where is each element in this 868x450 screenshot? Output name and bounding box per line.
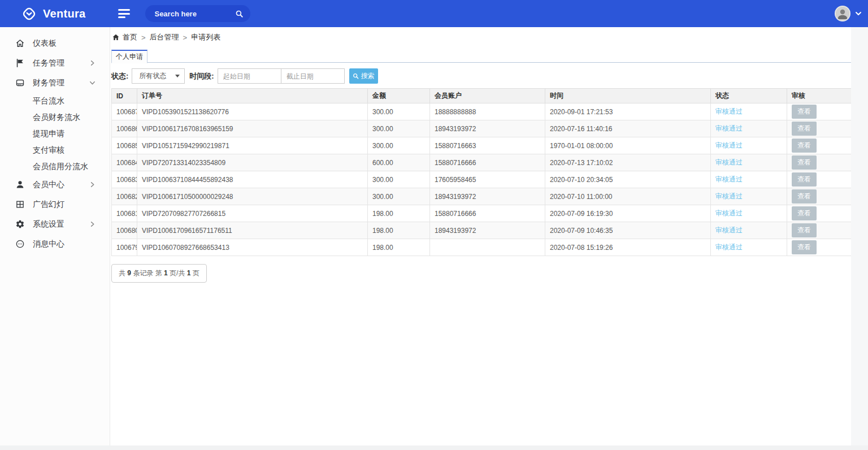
cell-time: 2020-07-10 20:34:05: [545, 171, 711, 188]
sidebar-subitem[interactable]: 会员信用分流水: [0, 158, 110, 175]
cell-order-no: VIPD10061710500000029248: [137, 188, 368, 205]
search-icon: [353, 73, 359, 79]
table-row: 100687 VIPD1053901521138620776 300.00 18…: [112, 103, 852, 120]
cell-amount: 198.00: [368, 222, 430, 239]
cell-account: 15880716663: [430, 137, 545, 154]
home-icon: [15, 38, 25, 48]
table-row: 100680 VIPD10061709616571176511 198.00 1…: [112, 222, 852, 239]
cell-status: 审核通过: [711, 188, 787, 205]
status-link[interactable]: 审核通过: [715, 192, 743, 200]
sidebar-subitem[interactable]: 提现申请: [0, 126, 110, 142]
status-link[interactable]: 审核通过: [715, 158, 743, 166]
view-button[interactable]: 查看: [792, 122, 817, 136]
sidebar-item[interactable]: 任务管理: [0, 53, 110, 73]
status-link[interactable]: 审核通过: [715, 175, 743, 183]
breadcrumb-item: 申请列表: [191, 32, 220, 42]
cell-id: 100681: [112, 205, 137, 222]
breadcrumb-separator: >: [141, 33, 146, 42]
message-icon: [15, 239, 25, 249]
cell-time: 1970-01-01 08:00:00: [545, 137, 711, 154]
view-button[interactable]: 查看: [792, 139, 817, 153]
cell-action: 查看: [787, 222, 852, 239]
search-button[interactable]: 搜索: [349, 68, 378, 84]
view-button[interactable]: 查看: [792, 105, 817, 119]
sidebar-subitem[interactable]: 会员财务流水: [0, 109, 110, 126]
view-button[interactable]: 查看: [792, 240, 817, 254]
cell-status: 审核通过: [711, 171, 787, 188]
cell-id: 100680: [112, 222, 137, 239]
chevron-down-icon: [89, 80, 96, 86]
cell-amount: 300.00: [368, 103, 430, 120]
sidebar-item[interactable]: 仪表板: [0, 33, 110, 53]
sidebar-item[interactable]: 广告幻灯: [0, 194, 110, 214]
cell-status: 审核通过: [711, 120, 787, 137]
cell-time: 2020-07-16 11:40:16: [545, 120, 711, 137]
cell-status: 审核通过: [711, 137, 787, 154]
status-filter-label: 状态:: [111, 71, 128, 81]
column-header: 审核: [787, 89, 852, 103]
search-input[interactable]: [154, 10, 235, 18]
navbar-search: [145, 5, 250, 22]
sidebar-subitem[interactable]: 平台流水: [0, 93, 110, 109]
status-link[interactable]: 审核通过: [715, 141, 743, 149]
status-link[interactable]: 审核通过: [715, 226, 743, 234]
cell-account: 18888888888: [430, 103, 545, 120]
cell-status: 审核通过: [711, 205, 787, 222]
sidebar-item[interactable]: 财务管理: [0, 73, 110, 93]
status-select[interactable]: 所有状态: [132, 68, 185, 84]
column-header: 订单号: [137, 89, 368, 103]
grid-icon: [15, 200, 25, 209]
cell-status: 审核通过: [711, 154, 787, 171]
breadcrumb: 首页>后台管理>申请列表: [112, 32, 868, 42]
cell-status: 审核通过: [711, 222, 787, 239]
sidebar-item[interactable]: 消息中心: [0, 234, 110, 254]
gear-icon: [15, 219, 25, 229]
cell-time: 2020-07-10 11:00:00: [545, 188, 711, 205]
search-icon[interactable]: [235, 10, 244, 18]
cell-id: 100679: [112, 239, 137, 256]
sidebar-subitem[interactable]: 支付审核: [0, 142, 110, 158]
status-link[interactable]: 审核通过: [715, 243, 743, 251]
cell-order-no: VIPD720713314023354809: [137, 154, 368, 171]
view-button[interactable]: 查看: [792, 206, 817, 220]
cell-amount: 600.00: [368, 154, 430, 171]
cell-time: 2020-07-09 16:19:30: [545, 205, 711, 222]
breadcrumb-item[interactable]: 后台管理: [150, 32, 179, 42]
cell-amount: 300.00: [368, 188, 430, 205]
view-button[interactable]: 查看: [792, 189, 817, 204]
cell-status: 审核通过: [711, 239, 787, 256]
cell-order-no: VIPD720709827707266815: [137, 205, 368, 222]
view-button[interactable]: 查看: [792, 172, 817, 187]
menu-toggle-icon[interactable]: [118, 9, 132, 18]
status-link[interactable]: 审核通过: [715, 107, 743, 115]
end-date-input[interactable]: [281, 68, 345, 84]
view-button[interactable]: 查看: [792, 223, 817, 237]
drive-icon: [15, 78, 25, 88]
start-date-input[interactable]: [218, 68, 281, 84]
sidebar-item[interactable]: 系统设置: [0, 214, 110, 234]
breadcrumb-separator: >: [183, 33, 188, 42]
cell-action: 查看: [787, 120, 852, 137]
tab-personal-application[interactable]: 个人申请: [111, 50, 147, 63]
column-header: 状态: [711, 89, 787, 103]
cell-time: 2020-07-08 15:19:26: [545, 239, 711, 256]
avatar[interactable]: [835, 6, 850, 21]
status-link[interactable]: 审核通过: [715, 209, 743, 217]
status-link[interactable]: 审核通过: [715, 124, 743, 132]
chevron-right-icon: [89, 221, 96, 227]
breadcrumb-item[interactable]: 首页: [123, 32, 137, 42]
cell-amount: 198.00: [368, 205, 430, 222]
cell-order-no: VIPD10063710844455892438: [137, 171, 368, 188]
chevron-down-icon[interactable]: [854, 10, 862, 18]
column-header: 金额: [368, 89, 430, 103]
view-button[interactable]: 查看: [792, 155, 817, 170]
navbar-right: [835, 6, 862, 21]
cell-order-no: VIPD10061716708163965159: [137, 120, 368, 137]
cell-order-no: VIPD10061709616571176511: [137, 222, 368, 239]
sidebar-item[interactable]: 会员中心: [0, 175, 110, 194]
brand-logo[interactable]: Ventura: [21, 6, 85, 21]
column-header: ID: [112, 89, 137, 103]
cell-order-no: VIPD1051715942990219871: [137, 137, 368, 154]
cell-order-no: VIPD1053901521138620776: [137, 103, 368, 120]
cell-action: 查看: [787, 205, 852, 222]
